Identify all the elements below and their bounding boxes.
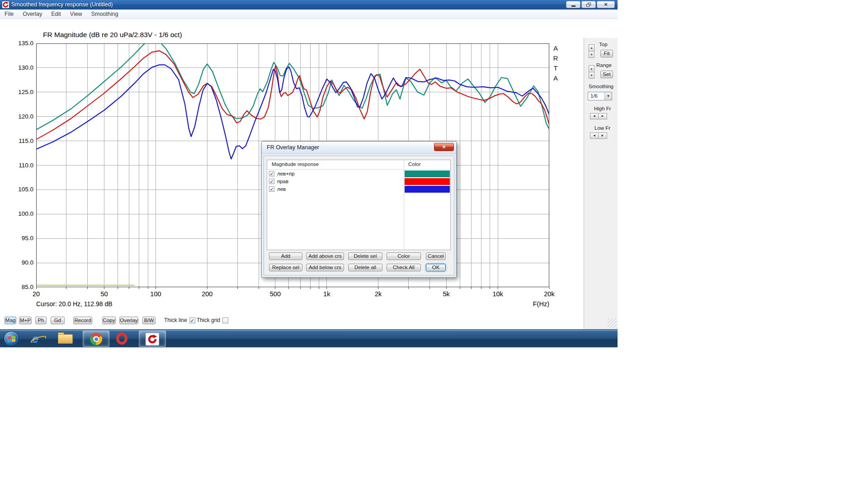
toolbar-button-mag[interactable]: Mag <box>5 317 16 324</box>
overlay-list-item[interactable]: ✓прав <box>267 178 450 185</box>
checkbox-label: Thick line <box>164 317 187 323</box>
taskbar-item-arta[interactable] <box>139 331 166 347</box>
taskbar-item-chrome[interactable] <box>83 331 109 347</box>
color-swatch[interactable] <box>405 186 450 193</box>
x-axis-tick-label: 20k <box>544 290 554 298</box>
spin-down-icon[interactable]: ▼ <box>589 72 594 79</box>
toolbar-button-ph[interactable]: Ph <box>35 317 47 324</box>
window-title: Smoothed frequency response (Untitled) <box>11 0 113 9</box>
watermark-letter: R <box>552 53 559 63</box>
set-button[interactable]: Set <box>600 71 613 78</box>
close-button[interactable]: × <box>597 1 615 8</box>
arrow-left-icon[interactable]: ◄ <box>590 133 599 139</box>
y-axis-tick-label: 100.0 <box>2 210 33 217</box>
x-axis-tick-label: 10k <box>492 290 503 298</box>
arrow-right-icon[interactable]: ► <box>599 113 607 119</box>
close-icon: × <box>442 144 445 150</box>
chevron-down-icon[interactable]: ▼ <box>604 92 612 100</box>
overlay-list-item[interactable]: ✓лев <box>267 185 450 193</box>
dialog-close-button[interactable]: × <box>434 143 454 151</box>
column-magnitude-response: Magnitude response <box>272 161 319 167</box>
menu-item-edit[interactable]: Edit <box>47 9 66 19</box>
x-axis-tick-label: 200 <box>202 290 212 298</box>
windows-flag-icon <box>8 336 16 342</box>
delete-sel-button[interactable]: Delete sel <box>348 252 382 260</box>
menu-item-file[interactable]: File <box>0 9 18 19</box>
y-axis-tick-label: 95.0 <box>2 235 33 242</box>
color-swatch[interactable] <box>405 171 450 177</box>
add-above-crs-button[interactable]: Add above crs <box>306 252 344 260</box>
overlay-list[interactable]: Magnitude response Color ✓лев+пр✓прав✓ле… <box>267 160 451 250</box>
close-icon: × <box>604 1 608 8</box>
restore-button[interactable] <box>581 1 596 8</box>
resize-grip[interactable] <box>608 318 617 328</box>
opera-icon <box>116 332 127 345</box>
taskbar: e R <box>0 329 618 347</box>
window-titlebar[interactable]: Smoothed frequency response (Untitled) × <box>0 0 618 9</box>
checkbox-checked[interactable]: ✓ <box>189 317 195 323</box>
dialog-titlebar[interactable]: FR Overlay Manager × <box>262 142 456 154</box>
cursor-readout: Cursor: 20.0 Hz, 112.98 dB <box>36 300 113 308</box>
toolbar-button-copy[interactable]: Copy <box>102 317 116 324</box>
toolbar-button-m-p[interactable]: M+P <box>19 317 32 324</box>
cancel-button[interactable]: Cancel <box>426 252 446 260</box>
add-button[interactable]: Add <box>269 252 302 260</box>
curve-лев+пр <box>36 39 549 129</box>
toolbar-button-b-w[interactable]: B/W <box>142 317 156 324</box>
low-fr-arrows[interactable]: ◄► <box>590 133 607 139</box>
x-axis-tick-label: 50 <box>100 290 108 298</box>
start-button[interactable] <box>4 331 19 346</box>
taskbar-item-internet-explorer[interactable]: e <box>28 331 49 347</box>
checkbox-checked[interactable]: ✓ <box>269 186 274 192</box>
restore-icon <box>586 3 591 7</box>
overlay-name: лев+пр <box>277 171 295 176</box>
spin-up-icon[interactable]: ▲ <box>589 44 594 51</box>
ok-button[interactable]: OK <box>426 264 446 271</box>
toolbar-button-gd[interactable]: Gd <box>51 317 65 324</box>
arrow-right-icon[interactable]: ► <box>599 133 607 139</box>
toolbar-button-overlay[interactable]: Overlay <box>119 317 138 324</box>
spin-down-icon[interactable]: ▼ <box>589 51 594 58</box>
y-axis-tick-label: 120.0 <box>2 113 33 120</box>
arta-logo-icon <box>2 1 9 8</box>
x-axis-tick-label: 1k <box>323 290 330 298</box>
x-axis-tick-label: 500 <box>270 290 281 298</box>
checkbox[interactable] <box>222 317 228 323</box>
spin-up-icon[interactable]: ▲ <box>589 65 594 72</box>
menu-item-view[interactable]: View <box>66 9 87 19</box>
desktop-screen: Smoothed frequency response (Untitled) ×… <box>0 0 618 347</box>
color-swatch[interactable] <box>405 178 450 185</box>
delete-all-button[interactable]: Delete all <box>348 264 382 271</box>
high-fr-label: High Fr <box>594 106 611 111</box>
smoothing-select[interactable]: 1/6 ▼ <box>588 92 612 100</box>
overlay-list-item[interactable]: ✓лев+пр <box>267 170 450 178</box>
minimize-button[interactable] <box>566 1 580 8</box>
checkbox-checked[interactable]: ✓ <box>269 171 274 176</box>
add-below-crs-button[interactable]: Add below crs <box>306 264 344 271</box>
checkbox-group-thick-line: Thick line✓ <box>164 317 195 323</box>
watermark-letter: A <box>552 73 559 83</box>
arta-logo-icon <box>146 333 159 346</box>
chrome-icon <box>90 333 102 345</box>
check-all-button[interactable]: Check All <box>387 264 421 271</box>
x-axis-label: F(Hz) <box>515 300 549 308</box>
fr-overlay-manager-dialog: FR Overlay Manager × Magnitude response … <box>261 141 457 278</box>
color-button[interactable]: Color <box>387 252 421 260</box>
high-fr-arrows[interactable]: ◄► <box>590 113 607 119</box>
column-color: Color <box>408 161 420 167</box>
menu-item-overlay[interactable]: Overlay <box>18 9 47 19</box>
top-spinner[interactable]: ▲▼ <box>589 44 594 58</box>
taskbar-item-windows-explorer[interactable] <box>55 331 76 347</box>
toolbar-button-record[interactable]: Record <box>73 317 92 324</box>
menu-item-smoothing[interactable]: Smoothing <box>87 9 123 19</box>
range-spinner[interactable]: ▲▼ <box>589 65 594 79</box>
fit-button[interactable]: Fit <box>600 50 613 57</box>
y-axis-tick-label: 90.0 <box>2 259 33 266</box>
checkbox-checked[interactable]: ✓ <box>269 179 274 184</box>
watermark-letter: T <box>552 63 559 73</box>
checkbox-group-thick-grid: Thick grid <box>197 317 228 323</box>
y-axis-tick-label: 135.0 <box>2 40 33 47</box>
taskbar-item-opera[interactable] <box>111 331 133 347</box>
arrow-left-icon[interactable]: ◄ <box>590 113 599 119</box>
replace-sel-button[interactable]: Replace sel <box>269 264 302 271</box>
